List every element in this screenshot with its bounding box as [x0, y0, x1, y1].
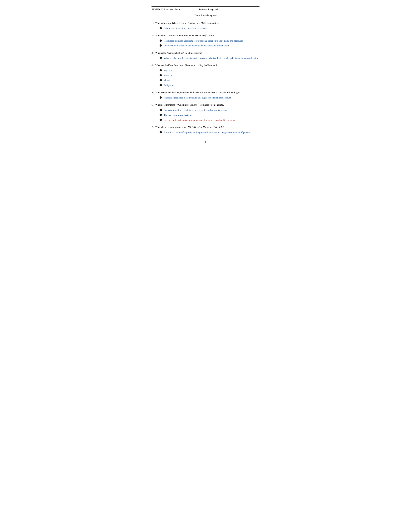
question-4: 4) What are the Four Sources of Pleasure… — [151, 64, 260, 87]
question-7-body-1: Which best describes John Stuart Mill's — [155, 126, 194, 128]
bullet-icon — [159, 84, 162, 86]
question-5-text: 5) Which statement best explains how Uti… — [151, 91, 260, 94]
list-item: Intensity, duration, certainty, remotene… — [159, 108, 260, 112]
question-7-body-2: ? — [223, 126, 224, 128]
header-row: REVIEW: Utilitarianism Exam Professor La… — [151, 8, 260, 11]
question-5: 5) Which statement best explains how Uti… — [151, 91, 260, 99]
list-item: Religious — [159, 84, 260, 87]
question-1-body: Which three words best describe Bentham … — [155, 22, 219, 24]
question-2-body-2: ? — [213, 34, 214, 37]
bullet-icon — [159, 57, 162, 59]
question-5-number: 5) — [151, 91, 155, 94]
name-line: Name: Amanda Nguyen — [151, 14, 260, 17]
answer-text: Every action is based on the potential p… — [164, 44, 229, 48]
question-4-four: Four — [168, 64, 173, 66]
question-6-answers: Intensity, duration, certainty, remotene… — [151, 108, 260, 122]
list-item: Political — [159, 74, 260, 77]
question-7-text: 7) Which best describes John Stuart Mill… — [151, 125, 260, 129]
question-3-body: What is the “democratic bias” in Utilita… — [155, 52, 202, 54]
question-4-answers: Physical Political Moral Religious — [151, 69, 260, 87]
list-item: An action is moral if it produces the gr… — [159, 131, 260, 134]
answer-text: Religious — [164, 84, 173, 87]
question-4-number: 4) — [151, 64, 155, 66]
answer-text: Animals experience pleasure and pain, ou… — [164, 96, 231, 100]
bullet-icon — [159, 27, 162, 29]
top-border — [151, 6, 260, 7]
list-item: When a behavior/ decision is made, every… — [159, 56, 260, 60]
list-item: Every action is based on the potential p… — [159, 44, 260, 48]
question-1-text: 1) Which three words best describe Benth… — [151, 21, 260, 25]
question-6-text: 6) What does Bentham’s “Calculus of Feli… — [151, 103, 260, 107]
question-7-italic: Greatest Happiness Principle — [194, 126, 223, 128]
bullet-icon — [159, 39, 162, 42]
answer-text: Political — [164, 74, 172, 77]
list-item: Democratic, industrial, capitalism, urba… — [159, 27, 260, 30]
question-5-body: Which statement best explains how Utilit… — [155, 91, 241, 94]
list-item: Animals experience pleasure and pain, ou… — [159, 96, 260, 100]
question-2-answers: Happiness develops according to our rati… — [151, 39, 260, 48]
bullet-icon — [159, 96, 162, 99]
page-number: 1 — [151, 141, 260, 143]
question-3: 3) What is the “democratic bias” in Util… — [151, 51, 260, 60]
list-item: Physical — [159, 69, 260, 72]
bullet-icon — [159, 44, 162, 47]
bullet-icon — [159, 114, 162, 116]
answer-text: When a behavior/ decision is made, every… — [164, 56, 258, 60]
question-6-body: What does Bentham’s “Calculus of Felicit… — [155, 104, 224, 106]
question-1-answers: Democratic, industrial, capitalism, urba… — [151, 27, 260, 30]
bullet-icon — [159, 109, 162, 111]
answer-text-bold: The way you make decisions — [164, 113, 193, 117]
answer-text: Physical — [164, 69, 172, 72]
question-2: 2) Which best describes Jeremy Bentham's… — [151, 34, 260, 48]
question-7-number: 7) — [151, 126, 155, 128]
question-3-answers: When a behavior/ decision is made, every… — [151, 56, 260, 60]
bullet-icon — [159, 131, 162, 133]
answer-text: Happiness develops according to our rati… — [164, 39, 243, 43]
bullet-icon — [159, 69, 162, 71]
question-1: 1) Which three words best describe Benth… — [151, 21, 260, 30]
question-2-text: 2) Which best describes Jeremy Bentham's… — [151, 34, 260, 38]
question-6: 6) What does Bentham’s “Calculus of Feli… — [151, 103, 260, 122]
list-item: Ex. Buy waters at store, cheaper instead… — [159, 118, 260, 122]
bullet-icon — [159, 119, 162, 121]
answer-text: Intensity, duration, certainty, remotene… — [164, 108, 227, 112]
list-item: Moral — [159, 78, 260, 82]
question-3-text: 3) What is the “democratic bias” in Util… — [151, 51, 260, 55]
question-2-body-1: Which best describes Jeremy Bentham's — [155, 34, 195, 37]
question-7-answers: An action is moral if it produces the gr… — [151, 131, 260, 134]
bullet-icon — [159, 74, 162, 76]
page: REVIEW: Utilitarianism Exam Professor La… — [137, 0, 274, 177]
question-2-italic: Principle of Utility — [195, 34, 213, 37]
answer-text-red: Ex. Buy waters at store, cheaper instead… — [164, 118, 237, 122]
question-3-number: 3) — [151, 52, 155, 54]
question-4-body-2: Sources of Pleasure according the Bentha… — [173, 64, 217, 66]
question-4-body-1: What are the — [155, 64, 168, 66]
bullet-icon — [159, 79, 162, 81]
list-item: The way you make decisions — [159, 113, 260, 117]
answer-text: Democratic, industrial, capitalism, urba… — [164, 27, 207, 30]
header-left: REVIEW: Utilitarianism Exam — [151, 8, 180, 11]
answer-text: Moral — [164, 78, 170, 82]
question-5-answers: Animals experience pleasure and pain, ou… — [151, 96, 260, 100]
list-item: Happiness develops according to our rati… — [159, 39, 260, 43]
question-1-number: 1) — [151, 22, 155, 24]
question-2-number: 2) — [151, 34, 155, 37]
question-4-text: 4) What are the Four Sources of Pleasure… — [151, 64, 260, 67]
question-6-number: 6) — [151, 104, 155, 106]
question-7: 7) Which best describes John Stuart Mill… — [151, 125, 260, 134]
header-right: Professor Laughland — [199, 8, 218, 11]
answer-text: An action is moral if it produces the gr… — [164, 131, 251, 134]
